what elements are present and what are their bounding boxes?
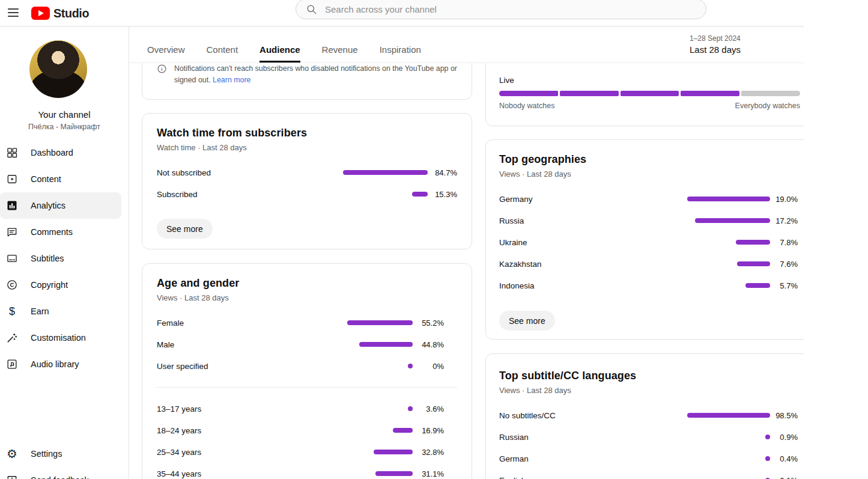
stat-bar <box>393 428 413 433</box>
sidebar-item-content[interactable]: Content <box>0 166 121 192</box>
stat-value: 0.4% <box>770 454 798 463</box>
stat-value: 0.1% <box>770 476 798 479</box>
notification-text: Notifications can't reach subscribers wh… <box>174 63 457 99</box>
see-more-button[interactable]: See more <box>499 311 555 331</box>
stat-bar <box>687 413 770 418</box>
card-subtitle: Views · Last 28 days <box>157 293 457 304</box>
earn-icon: $ <box>5 305 19 318</box>
stat-bar-area <box>284 450 413 454</box>
stat-row: Ukraine7.8% <box>499 231 798 253</box>
stat-value: 32.8% <box>413 448 444 457</box>
learn-more-link[interactable]: Learn more <box>213 76 250 84</box>
stat-row: Female55.2% <box>157 312 457 334</box>
stat-row: User specified0% <box>157 355 457 377</box>
stat-label: Germany <box>499 195 641 204</box>
stat-label: 35–44 years <box>157 469 284 478</box>
age-rows: 13–17 years3.6%18–24 years16.9%25–34 yea… <box>157 398 457 479</box>
menu-icon[interactable] <box>5 4 22 21</box>
sidebar-item-dashboard[interactable]: Dashboard <box>0 139 121 166</box>
sidebar-item-label: Audio library <box>31 359 79 369</box>
live-segment-empty <box>741 91 800 96</box>
stat-label: Ukraine <box>499 238 641 247</box>
top-geographies-card: Top geographies Views · Last 28 days Ger… <box>485 139 813 340</box>
stat-row: 18–24 years16.9% <box>157 420 457 441</box>
sidebar-item-earn[interactable]: $Earn <box>0 298 121 325</box>
stat-label: Kazakhstan <box>499 260 641 269</box>
stat-value: 7.6% <box>770 260 798 269</box>
stat-row: 13–17 years3.6% <box>157 398 457 420</box>
see-more-button[interactable]: See more <box>157 219 213 239</box>
stat-row: Male44.8% <box>157 334 457 355</box>
sidebar-nav: DashboardContentAnalyticsCommentsSubtitl… <box>0 139 121 377</box>
card-title: Age and gender <box>157 276 457 290</box>
stat-bar-area <box>284 320 413 325</box>
sidebar-item-settings[interactable]: ⚙Settings <box>0 441 121 467</box>
live-left-label: Nobody watches <box>499 102 554 110</box>
stat-row: English0.1% <box>499 469 798 479</box>
stat-value: 0.9% <box>770 433 798 442</box>
customisation-icon <box>5 331 19 344</box>
stat-row: Not subscribed84.7% <box>157 162 457 183</box>
window-edge-whitespace <box>804 0 868 479</box>
stat-bar-area <box>284 406 413 411</box>
channel-name: Пчёлка - Майнкрафт <box>0 123 129 131</box>
card-title: Watch time from subscribers <box>157 126 457 140</box>
sidebar-item-copyright[interactable]: Copyright <box>0 272 121 298</box>
live-segment-filled <box>560 91 619 96</box>
stat-value: 7.8% <box>770 238 798 247</box>
stat-bar-area <box>299 170 428 175</box>
sidebar-item-label: Send feedback <box>31 475 89 479</box>
sidebar-item-subtitles[interactable]: Subtitles <box>0 245 121 272</box>
tab-audience[interactable]: Audience <box>259 44 300 63</box>
sidebar-item-label: Copyright <box>31 280 68 290</box>
stat-value: 15.3% <box>428 190 457 199</box>
stat-row: 25–34 years32.8% <box>157 441 457 463</box>
age-gender-card: Age and gender Views · Last 28 days Fema… <box>142 263 472 479</box>
stat-bar <box>412 192 428 197</box>
sidebar-item-send-feedback[interactable]: Send feedback <box>0 467 121 479</box>
search-input[interactable] <box>325 4 696 14</box>
stat-bar <box>737 261 770 266</box>
stat-label: English <box>499 476 641 479</box>
search-icon <box>306 4 317 15</box>
stat-bar <box>765 435 770 439</box>
tab-revenue[interactable]: Revenue <box>322 44 358 63</box>
date-range-preset: Last 28 days <box>690 44 741 55</box>
sidebar-item-customisation[interactable]: Customisation <box>0 325 121 351</box>
stat-bar <box>695 218 770 223</box>
stat-bar <box>408 406 413 411</box>
dashboard-icon <box>5 146 19 159</box>
tab-inspiration[interactable]: Inspiration <box>380 44 421 63</box>
stat-row: No subtitles/CC98.5% <box>499 404 798 426</box>
sidebar-item-audio-library[interactable]: Audio library <box>0 351 121 377</box>
watch-time-rows: Not subscribed84.7%Subscribed15.3% <box>157 162 457 205</box>
tab-overview[interactable]: Overview <box>147 44 185 63</box>
sidebar-item-label: Dashboard <box>31 148 73 157</box>
stat-bar-area <box>641 435 770 439</box>
sidebar-item-comments[interactable]: Comments <box>0 219 121 245</box>
stat-bar <box>736 240 770 245</box>
youtube-studio-logo[interactable]: Studio <box>31 0 91 26</box>
subtitles-icon <box>5 252 19 265</box>
date-range-picker[interactable]: 1–28 Sept 2024 Last 28 days <box>690 34 741 55</box>
stat-bar-area <box>641 456 770 461</box>
geography-rows: Germany19.0%Russia17.2%Ukraine7.8%Kazakh… <box>499 188 798 296</box>
card-title: Top subtitle/CC languages <box>499 368 798 383</box>
card-subtitle: Views · Last 28 days <box>499 385 798 396</box>
stat-bar-area <box>284 471 413 476</box>
stat-bar <box>745 283 770 288</box>
sidebar-item-analytics[interactable]: Analytics <box>0 192 121 219</box>
stat-value: 17.2% <box>770 216 798 225</box>
stat-bar-area <box>641 218 770 223</box>
stat-value: 0% <box>413 362 444 371</box>
stat-bar-area <box>641 261 770 266</box>
stat-bar-area <box>641 240 770 245</box>
live-segment-bar <box>499 91 800 96</box>
stat-row: Kazakhstan7.6% <box>499 253 798 275</box>
card-title: Top geographies <box>499 152 798 166</box>
tab-content[interactable]: Content <box>207 44 238 63</box>
gender-rows: Female55.2%Male44.8%User specified0% <box>157 312 457 377</box>
stat-label: 18–24 years <box>157 426 284 435</box>
channel-avatar[interactable] <box>29 40 87 98</box>
stat-bar-area <box>284 342 413 347</box>
